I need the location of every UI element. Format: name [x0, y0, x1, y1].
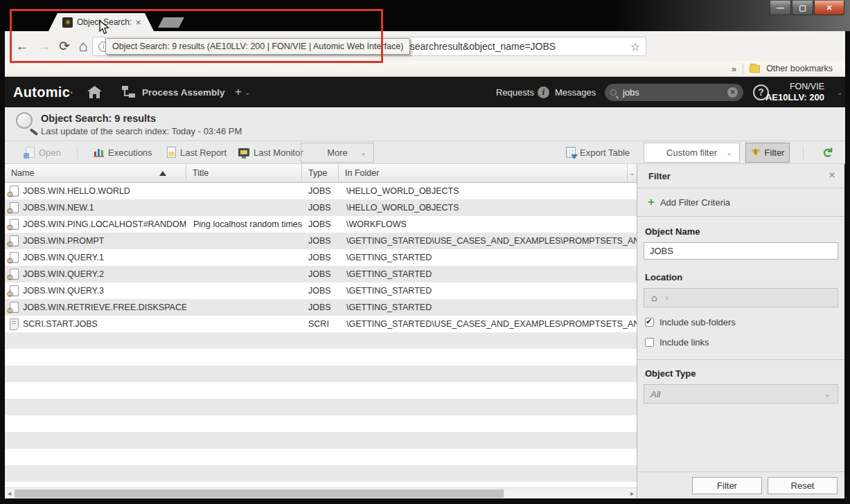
global-search-input[interactable]: jobs ✕	[605, 84, 743, 101]
filter-panel-title: Filter	[648, 171, 671, 181]
client-connection: AE10LLV: 200	[765, 92, 824, 102]
results-table: Name Title Type In Folder ⌄ JOBS.WIN.HEL…	[5, 164, 637, 487]
object-type-icon	[8, 318, 19, 330]
cell-type: JOBS	[302, 203, 339, 213]
chevron-down-icon: ⌄	[361, 149, 366, 156]
include-links-option[interactable]: Include links	[645, 337, 844, 348]
custom-filter-dropdown[interactable]: Custom filter⌄	[644, 143, 740, 163]
home-folder-icon[interactable]: ⌂	[651, 292, 657, 303]
more-dropdown[interactable]: More⌄	[301, 143, 374, 163]
object-type-icon	[8, 219, 19, 231]
scroll-right-icon[interactable]: ▸	[630, 489, 634, 497]
other-bookmarks-button[interactable]: Other bookmarks	[766, 64, 833, 73]
plus-icon: +	[235, 85, 242, 99]
scrollbar-thumb[interactable]	[15, 489, 504, 498]
horizontal-scrollbar[interactable]: ◂ ▸	[5, 487, 637, 498]
cell-folder: \GETTING_STARTED\USE_CASES_AND_EXAMPLES\…	[339, 236, 637, 246]
close-filter-icon[interactable]: ✕	[829, 170, 835, 180]
cell-type: JOBS	[302, 286, 339, 296]
column-header-title[interactable]: Title	[186, 164, 302, 182]
export-table-button[interactable]: Export Table	[566, 141, 630, 163]
last-monitor-button[interactable]: Last Monitor	[238, 141, 303, 163]
table-row[interactable]: JOBS.WIN.RETRIEVE.FREE.DISKSPACE JOBS \G…	[5, 299, 637, 316]
column-menu-chevron-icon[interactable]: ⌄	[628, 164, 637, 182]
table-row[interactable]: JOBS.WIN.NEW.1 JOBS \HELLO_WORLD_OBJECTS	[5, 199, 637, 216]
apply-filter-button[interactable]: Filter	[692, 477, 762, 494]
refresh-button[interactable]: ↻	[822, 141, 833, 163]
filter-toggle-button[interactable]: Filter	[745, 143, 790, 163]
column-header-in-folder[interactable]: In Folder	[339, 164, 628, 182]
clear-search-icon[interactable]: ✕	[727, 87, 738, 98]
requests-link[interactable]: Requests	[496, 77, 534, 107]
cell-name: JOBS.WIN.NEW.1	[23, 203, 94, 213]
location-breadcrumb[interactable]: ⌂ ›	[644, 288, 838, 307]
column-header-name[interactable]: Name	[5, 164, 186, 182]
column-header-type[interactable]: Type	[302, 164, 339, 182]
refresh-icon: ↻	[820, 147, 835, 158]
table-row[interactable]: JOBS.WIN.QUERY.3 JOBS \GETTING_STARTED	[5, 282, 637, 299]
table-body: JOBS.WIN.HELLO.WORLD JOBS \HELLO_WORLD_O…	[5, 183, 637, 332]
tab-process-assembly[interactable]: Process Assembly	[142, 77, 225, 107]
bookmarks-overflow-icon[interactable]: »	[732, 64, 736, 74]
table-header: Name Title Type In Folder ⌄	[5, 164, 637, 183]
object-type-icon	[8, 285, 19, 297]
bookmark-star-icon[interactable]: ☆	[630, 40, 640, 53]
cell-title: Ping localhost random times	[186, 219, 302, 229]
toolbar-divider	[77, 146, 78, 159]
cell-type: JOBS	[302, 269, 339, 279]
cell-folder: \GETTING_STARTED	[339, 253, 637, 262]
object-type-dropdown[interactable]: All ⌄	[644, 384, 838, 404]
process-assembly-icon[interactable]	[121, 77, 136, 107]
chevron-down-icon: ⌄	[727, 149, 732, 156]
sort-ascending-icon	[159, 171, 166, 176]
cell-name: JOBS.WIN.RETRIEVE.FREE.DISKSPACE	[23, 303, 186, 312]
page-header: Object Search: 9 results Last update of …	[5, 107, 845, 141]
export-table-icon	[566, 147, 576, 158]
add-filter-criteria-button[interactable]: + Add Filter Criteria	[637, 188, 844, 217]
table-row[interactable]: SCRI.START.JOBS SCRI \GETTING_STARTED\US…	[5, 316, 637, 332]
annotation-highlight-box	[10, 9, 383, 63]
bookmarks-divider	[743, 64, 743, 73]
mouse-cursor	[99, 20, 109, 35]
object-name-input[interactable]: JOBS	[644, 242, 838, 260]
open-button[interactable]: Open	[26, 141, 61, 163]
cell-folder: \GETTING_STARTED	[339, 303, 637, 312]
client-menu[interactable]: FON/VIE AE10LLV: 200	[765, 77, 824, 107]
include-subfolders-checkbox[interactable]	[645, 318, 654, 327]
scroll-left-icon[interactable]: ◂	[8, 489, 11, 497]
include-links-checkbox[interactable]	[645, 338, 654, 347]
table-row[interactable]: JOBS.WIN.HELLO.WORLD JOBS \HELLO_WORLD_O…	[5, 183, 637, 199]
object-type-icon	[8, 269, 19, 280]
object-type-icon	[8, 186, 19, 197]
add-view-button[interactable]: + ⌄	[235, 77, 250, 107]
open-icon	[26, 147, 35, 158]
cell-name: JOBS.WIN.PING.LOCALHOST#RANDOM	[23, 219, 186, 229]
include-subfolders-option[interactable]: Include sub-folders	[645, 317, 844, 327]
table-row[interactable]: JOBS.WIN.QUERY.2 JOBS \GETTING_STARTED	[5, 266, 637, 282]
cell-name: JOBS.WIN.HELLO.WORLD	[23, 186, 130, 196]
executions-button[interactable]: Executions	[94, 141, 152, 163]
reset-filter-button[interactable]: Reset	[768, 477, 838, 494]
filter-panel-footer: Filter Reset	[637, 471, 844, 498]
minimize-button[interactable]: —	[770, 1, 791, 15]
messages-link[interactable]: Messages	[555, 77, 596, 107]
cell-name: JOBS.WIN.QUERY.3	[23, 286, 104, 296]
messages-info-icon[interactable]: i	[538, 77, 549, 107]
table-row[interactable]: JOBS.WIN.QUERY.1 JOBS \GETTING_STARTED	[5, 249, 637, 266]
filter-panel-header: Filter ✕	[637, 164, 844, 188]
table-row[interactable]: JOBS.WIN.PING.LOCALHOST#RANDOM Ping loca…	[5, 216, 637, 233]
restore-button[interactable]: ▢	[792, 1, 813, 15]
folder-icon	[750, 65, 760, 73]
table-row[interactable]: JOBS.WIN.PROMPT JOBS \GETTING_STARTED\US…	[5, 233, 637, 249]
cell-name: JOBS.WIN.QUERY.1	[23, 253, 104, 262]
object-type-icon	[8, 235, 19, 247]
cell-type: JOBS	[302, 303, 339, 312]
last-report-icon	[167, 147, 176, 158]
bookmarks-bar: » Other bookmarks	[5, 61, 845, 77]
cell-type: JOBS	[302, 219, 339, 229]
cell-folder: \HELLO_WORLD_OBJECTS	[339, 186, 637, 196]
toolbar-divider	[803, 146, 804, 159]
last-report-button[interactable]: Last Report	[167, 141, 227, 163]
close-button[interactable]: ✕	[814, 1, 844, 15]
home-dashboard-icon[interactable]	[87, 77, 103, 107]
